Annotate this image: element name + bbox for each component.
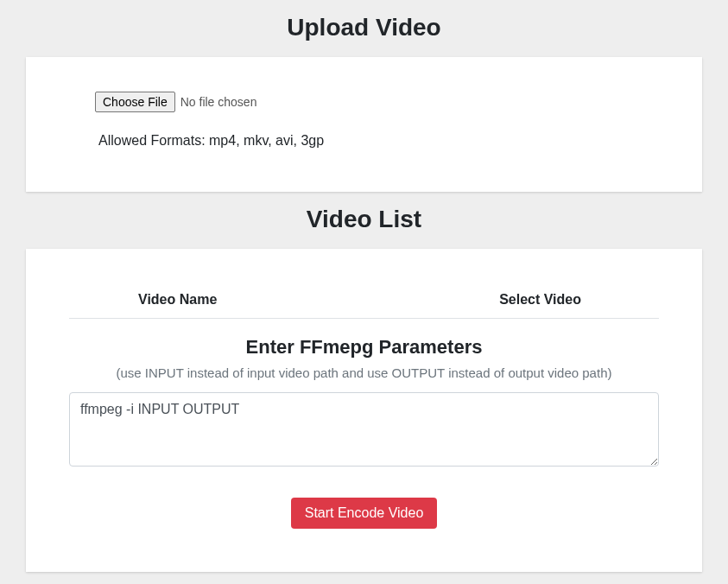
column-video-name: Video Name xyxy=(138,292,360,308)
allowed-formats-text: Allowed Formats: mp4, mkv, avi, 3gp xyxy=(98,133,633,149)
column-select-video: Select Video xyxy=(360,292,591,308)
file-input-row: Choose File No file chosen xyxy=(95,92,633,112)
video-list-title: Video List xyxy=(26,206,702,233)
video-list-card: Video Name Select Video Enter FFmepg Par… xyxy=(26,249,702,572)
file-status-text: No file chosen xyxy=(180,95,257,109)
ffmpeg-params-input[interactable] xyxy=(69,392,659,467)
video-table-header: Video Name Select Video xyxy=(69,292,659,319)
choose-file-button[interactable]: Choose File xyxy=(95,92,175,112)
ffmpeg-params-title: Enter FFmepg Parameters xyxy=(69,336,659,359)
upload-card: Choose File No file chosen Allowed Forma… xyxy=(26,57,702,192)
start-encode-button[interactable]: Start Encode Video xyxy=(291,498,438,529)
upload-title: Upload Video xyxy=(26,14,702,41)
ffmpeg-params-hint: (use INPUT instead of input video path a… xyxy=(69,365,659,380)
encode-button-row: Start Encode Video xyxy=(69,498,659,529)
